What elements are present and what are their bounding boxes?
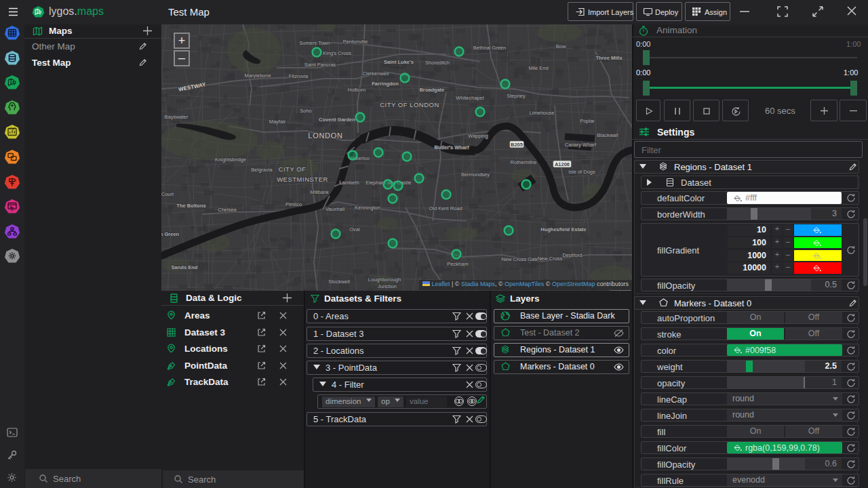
svg-text:Limehouse: Limehouse bbox=[530, 110, 555, 116]
svg-text:King's Cross: King's Cross bbox=[323, 50, 351, 56]
svg-text:s Court: s Court bbox=[161, 191, 174, 197]
svg-text:Three Mills: Three Mills bbox=[595, 55, 622, 61]
svg-text:LONDON: LONDON bbox=[308, 131, 342, 140]
svg-text:A1206: A1206 bbox=[555, 161, 570, 167]
svg-text:Lambeth: Lambeth bbox=[339, 180, 359, 186]
svg-text:Holborn: Holborn bbox=[348, 87, 366, 93]
svg-text:Broadgate: Broadgate bbox=[419, 87, 444, 93]
svg-text:The Boltons: The Boltons bbox=[176, 203, 205, 209]
svg-text:Saint Luke's: Saint Luke's bbox=[384, 59, 414, 65]
svg-text:Oval: Oval bbox=[349, 226, 360, 232]
svg-text:Bayswater: Bayswater bbox=[164, 114, 189, 120]
svg-text:Peckham: Peckham bbox=[447, 261, 468, 267]
svg-text:Belgravia: Belgravia bbox=[251, 167, 273, 173]
svg-text:Somers Town: Somers Town bbox=[299, 40, 330, 46]
svg-text:Marylebone: Marylebone bbox=[244, 73, 271, 79]
svg-text:WESTMINSTER: WESTMINSTER bbox=[277, 176, 328, 183]
svg-text:Sands End: Sands End bbox=[172, 264, 198, 270]
svg-text:Fitzrovia: Fitzrovia bbox=[289, 73, 309, 79]
svg-text:Mile End: Mile End bbox=[528, 65, 548, 71]
svg-text:Clerkenwell: Clerkenwell bbox=[363, 70, 389, 77]
svg-text:Wapping: Wapping bbox=[468, 133, 488, 139]
svg-text:Mayfair: Mayfair bbox=[269, 119, 286, 125]
svg-text:Bethnal Green: Bethnal Green bbox=[473, 45, 506, 51]
svg-text:Pentonville: Pentonville bbox=[343, 39, 368, 45]
svg-text:Old Kent Road: Old Kent Road bbox=[429, 205, 462, 211]
svg-text:Loughborough: Loughborough bbox=[368, 277, 401, 283]
svg-text:Shoreditch: Shoreditch bbox=[425, 60, 450, 66]
svg-text:Pimlico: Pimlico bbox=[285, 201, 302, 207]
svg-text:Whitechapel: Whitechapel bbox=[456, 95, 484, 101]
svg-text:Millbank: Millbank bbox=[310, 189, 329, 195]
svg-text:Bow: Bow bbox=[556, 43, 566, 49]
svg-text:Kennington: Kennington bbox=[355, 205, 380, 211]
svg-text:Butler's Wharf: Butler's Wharf bbox=[435, 144, 469, 150]
svg-text:Deptford: Deptford bbox=[563, 252, 583, 258]
svg-text:CITY OF LONDON: CITY OF LONDON bbox=[380, 101, 439, 108]
svg-text:Vauxhall: Vauxhall bbox=[326, 206, 345, 212]
svg-text:Hughesfield Estate: Hughesfield Estate bbox=[540, 226, 587, 232]
svg-text:Knightsbridge: Knightsbridge bbox=[215, 157, 246, 163]
svg-text:Poplar: Poplar bbox=[580, 118, 595, 124]
svg-text:Rotherhithe: Rotherhithe bbox=[511, 159, 537, 165]
svg-text:Farringdon: Farringdon bbox=[372, 81, 399, 87]
svg-text:Covent Garden: Covent Garden bbox=[319, 117, 355, 123]
svg-text:New Cross: New Cross bbox=[538, 256, 563, 262]
svg-text:B205: B205 bbox=[511, 142, 523, 148]
svg-text:Isle of Dogs: Isle of Dogs bbox=[568, 169, 595, 175]
svg-text:Canary Wharf: Canary Wharf bbox=[565, 142, 597, 148]
svg-text:n Green: n Green bbox=[161, 231, 180, 237]
svg-text:Soho: Soho bbox=[300, 108, 312, 114]
svg-text:CITY OF: CITY OF bbox=[279, 165, 307, 173]
svg-text:Stepney: Stepney bbox=[507, 93, 526, 99]
svg-text:Saint Pancras: Saint Pancras bbox=[304, 62, 336, 68]
svg-text:Chelsea: Chelsea bbox=[218, 207, 237, 213]
svg-text:Blackwall: Blackwall bbox=[597, 132, 618, 138]
svg-text:Junction: Junction bbox=[378, 283, 397, 289]
svg-text:Stockwell: Stockwell bbox=[328, 279, 350, 285]
svg-text:New Cross Gate: New Cross Gate bbox=[501, 256, 538, 262]
svg-text:Bermondsey: Bermondsey bbox=[461, 171, 490, 178]
